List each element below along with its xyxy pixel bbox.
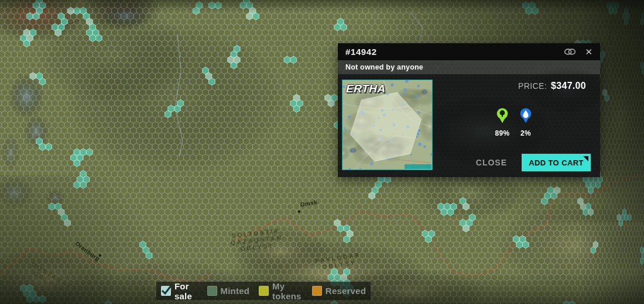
plot-id: #14942 <box>345 47 377 57</box>
button-corner-notch-icon <box>583 156 588 161</box>
water-percent: 2% <box>520 129 531 137</box>
ownership-status-text: Not owned by anyone <box>345 63 423 71</box>
ertha-land-map-screen: OmskOrenburgSOLTUSTIK QAZAQSTAN OBLYSYPA… <box>0 0 644 304</box>
map-attribution-strip <box>405 164 431 169</box>
price-row: PRICE: $347.00 <box>437 81 586 91</box>
legend-label-reserved: Reserved <box>326 286 366 296</box>
ertha-logo: ERTHA <box>345 82 386 95</box>
legend-item-my-tokens[interactable]: My tokens <box>259 281 303 301</box>
land-stat: 89% <box>494 108 511 137</box>
popup-body: ERTHA PRICE: $347.00 <box>338 74 600 177</box>
land-plot-popup: #14942 ✕ Not owned by anyone ERTHA PRI <box>338 43 600 177</box>
checkbox-minted[interactable] <box>207 286 217 296</box>
checkbox-for-sale[interactable] <box>161 286 171 296</box>
add-to-cart-label: ADD TO CART <box>529 158 584 167</box>
legend-label-for-sale: For sale <box>174 281 198 301</box>
chain-link-icon[interactable] <box>564 48 576 56</box>
plot-stats: 89% 2% <box>437 108 591 137</box>
water-drop-pin-icon <box>519 108 532 126</box>
legend-label-my-tokens: My tokens <box>272 281 303 301</box>
plot-thumbnail: ERTHA <box>342 80 433 170</box>
popup-actions: CLOSE ADD TO CART <box>437 154 591 171</box>
ownership-status-bar: Not owned by anyone <box>338 60 600 74</box>
popup-details: PRICE: $347.00 89% <box>437 80 595 171</box>
legend-item-minted[interactable]: Minted <box>207 286 250 296</box>
price-label: PRICE: <box>518 81 547 91</box>
tree-pin-icon <box>496 108 509 126</box>
close-icon[interactable]: ✕ <box>585 47 592 56</box>
checkbox-reserved[interactable] <box>312 286 322 296</box>
checkbox-my-tokens[interactable] <box>259 286 269 296</box>
checkmark-icon <box>160 284 173 296</box>
add-to-cart-button[interactable]: ADD TO CART <box>522 154 591 171</box>
legend-item-for-sale[interactable]: For sale <box>161 281 198 301</box>
popup-header: #14942 ✕ <box>338 43 600 60</box>
map-legend: For sale Minted My tokens <box>156 282 371 300</box>
price-value: $347.00 <box>551 81 586 91</box>
legend-item-reserved[interactable]: Reserved <box>312 286 366 296</box>
water-stat: 2% <box>517 108 535 137</box>
land-percent: 89% <box>495 129 510 137</box>
close-button[interactable]: CLOSE <box>476 158 507 167</box>
legend-label-minted: Minted <box>221 286 250 296</box>
